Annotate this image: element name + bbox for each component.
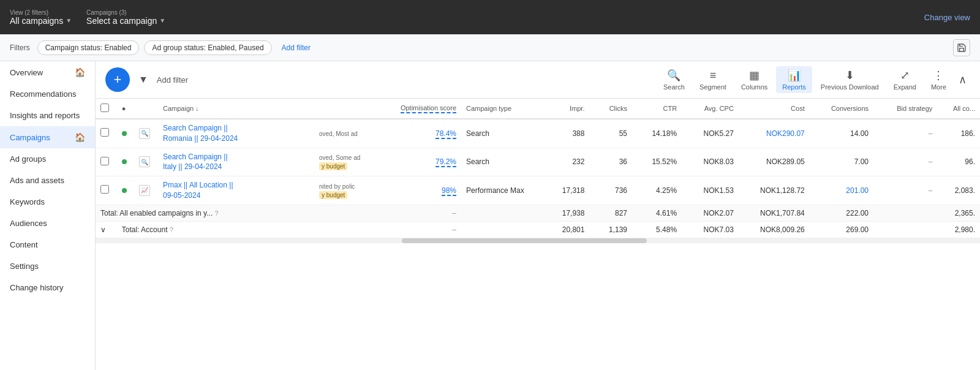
row1-checkbox[interactable] bbox=[100, 128, 109, 137]
th-campaign[interactable]: Campaign ↓ bbox=[158, 99, 314, 119]
row1-opt-score[interactable]: 78.4% bbox=[435, 129, 456, 139]
campaign-selector[interactable]: Campaigns (3) Select a campaign ▼ bbox=[86, 9, 165, 26]
th-campaign-type: Campaign type bbox=[461, 99, 540, 119]
row2-campaign-cell: Search Campaign ||Italy || 29-04-2024 bbox=[158, 148, 314, 176]
expand-label: Expand bbox=[894, 83, 916, 91]
th-avg-cpc: Avg. CPC bbox=[682, 99, 739, 119]
sidebar-item-audiences[interactable]: Audiences bbox=[0, 213, 95, 234]
segment-button[interactable]: ≡ Segment bbox=[693, 67, 733, 93]
opt-score-col-label: Optimisation score bbox=[401, 104, 456, 113]
sidebar-item-insights-reports[interactable]: Insights and reports bbox=[0, 105, 95, 126]
row3-conversions[interactable]: 201.00 bbox=[846, 186, 869, 195]
sort-icon[interactable]: ↓ bbox=[195, 105, 198, 112]
row2-campaign-name[interactable]: Search Campaign ||Italy || 29-04-2024 bbox=[163, 153, 228, 172]
total-account-help-icon[interactable]: ? bbox=[170, 226, 173, 233]
add-button[interactable]: + bbox=[105, 67, 130, 92]
save-button[interactable] bbox=[953, 39, 970, 56]
total-acct-ctr: 5.48% bbox=[632, 221, 682, 238]
row3-status-note-cell: nited by polic y budget bbox=[314, 176, 385, 205]
search-button[interactable]: 🔍 Search bbox=[657, 66, 691, 93]
horizontal-scrollbar[interactable] bbox=[96, 238, 980, 243]
row1-bid-strategy-cell: – bbox=[873, 119, 937, 148]
total-opt-dash: – bbox=[452, 209, 456, 217]
ad-group-status-filter[interactable]: Ad group status: Enabled, Paused bbox=[144, 40, 271, 55]
change-view-button[interactable]: Change view bbox=[924, 13, 970, 22]
scrollbar-thumb[interactable] bbox=[402, 238, 647, 243]
total-help-icon[interactable]: ? bbox=[215, 210, 219, 217]
sidebar-item-keywords[interactable]: Keywords bbox=[0, 191, 95, 213]
row2-checkbox[interactable] bbox=[100, 157, 109, 165]
total-acct-ctr-val: 5.48% bbox=[656, 225, 677, 234]
filter-icon[interactable]: ▼ bbox=[135, 70, 152, 89]
row2-clicks: 36 bbox=[619, 157, 627, 166]
home-icon: 🏠 bbox=[75, 67, 85, 77]
total-ctr: 4.61% bbox=[632, 205, 682, 221]
row1-status-dot bbox=[122, 131, 127, 136]
th-bid-strategy: Bid strategy bbox=[873, 99, 937, 119]
sidebar-item-change-history[interactable]: Change history bbox=[0, 277, 95, 298]
campaign-status-filter[interactable]: Campaign status: Enabled bbox=[37, 40, 140, 55]
row3-campaign-type: Performance Max bbox=[466, 186, 524, 195]
row2-opt-score[interactable]: 79.2% bbox=[435, 157, 456, 167]
row3-budget-badge: y budget bbox=[319, 191, 347, 199]
th-opt-score[interactable]: Optimisation score bbox=[385, 99, 461, 119]
view-selector[interactable]: View (2 filters) All campaigns ▼ bbox=[10, 9, 72, 26]
total-acct-cost: NOK8,009.26 bbox=[739, 221, 810, 238]
total-clicks: 827 bbox=[589, 205, 632, 221]
sidebar-item-settings[interactable]: Settings bbox=[0, 255, 95, 277]
row3-checkbox[interactable] bbox=[100, 185, 109, 194]
select-all-checkbox[interactable] bbox=[100, 104, 109, 112]
sidebar-item-recommendations[interactable]: Recommendations bbox=[0, 83, 95, 105]
more-button[interactable]: ⋮ More bbox=[925, 66, 952, 93]
expand-button[interactable]: ⤢ Expand bbox=[888, 66, 922, 93]
expand-icon: ⤢ bbox=[900, 69, 910, 82]
row1-campaign-name[interactable]: Search Campaign ||Romania || 29-04-2024 bbox=[163, 124, 238, 143]
all-campaigns-value[interactable]: All campaigns ▼ bbox=[10, 16, 72, 26]
search-label: Search bbox=[663, 83, 685, 91]
status-column-dot: ● bbox=[122, 105, 126, 112]
row1-ctr-cell: 14.18% bbox=[632, 119, 682, 148]
campaigns-dropdown-arrow: ▼ bbox=[66, 17, 72, 24]
row1-impr-cell: 388 bbox=[540, 119, 589, 148]
total-acct-avg-cpc: NOK7.03 bbox=[682, 221, 739, 238]
sidebar-item-campaigns[interactable]: Campaigns 🏠 bbox=[0, 126, 95, 148]
row3-avg-cpc-cell: NOK1.53 bbox=[682, 176, 739, 205]
row2-ctr: 15.52% bbox=[652, 157, 677, 166]
recommendations-label: Recommendations bbox=[10, 89, 76, 99]
sidebar-item-ad-groups[interactable]: Ad groups bbox=[0, 148, 95, 170]
select-campaign-value[interactable]: Select a campaign ▼ bbox=[86, 16, 165, 26]
add-filter-text-button[interactable]: Add filter bbox=[157, 75, 188, 85]
add-filter-button[interactable]: Add filter bbox=[277, 41, 315, 55]
row1-cost[interactable]: NOK290.07 bbox=[766, 129, 805, 138]
search-icon: 🔍 bbox=[667, 69, 680, 82]
row3-bid-strategy-cell: – bbox=[873, 176, 937, 205]
row3-opt-score[interactable]: 98% bbox=[442, 186, 456, 196]
reports-button[interactable]: 📊 Reports bbox=[776, 66, 812, 93]
total-acct-expand-cell: ∨ bbox=[96, 221, 117, 238]
download-button[interactable]: ⬇ Previous Download bbox=[815, 66, 885, 93]
sidebar-item-overview[interactable]: Overview 🏠 bbox=[0, 61, 95, 83]
audiences-label: Audiences bbox=[10, 219, 47, 228]
row1-ctr: 14.18% bbox=[652, 129, 677, 138]
total-acct-opt-dash: – bbox=[452, 225, 456, 234]
keywords-label: Keywords bbox=[10, 197, 45, 206]
sidebar-item-content[interactable]: Content bbox=[0, 234, 95, 255]
total-all-co: 2,365. bbox=[937, 205, 980, 221]
ctr-col-label: CTR bbox=[663, 105, 677, 112]
row3-campaign-cell: Pmax || All Location ||09-05-2024 bbox=[158, 176, 314, 205]
th-all-co: All co... bbox=[937, 99, 980, 119]
change-history-label: Change history bbox=[10, 283, 63, 292]
collapse-button[interactable]: ∧ bbox=[955, 69, 970, 90]
row3-campaign-name[interactable]: Pmax || All Location ||09-05-2024 bbox=[163, 181, 233, 200]
total-acct-empty1 bbox=[314, 221, 385, 238]
total-acct-impr: 20,801 bbox=[540, 221, 589, 238]
row2-icon-cell: 🔍 bbox=[134, 148, 158, 176]
columns-button[interactable]: ▦ Columns bbox=[735, 66, 774, 93]
row3-campaign-icon: 📈 bbox=[139, 185, 150, 196]
sidebar-item-ads-assets[interactable]: Ads and assets bbox=[0, 170, 95, 191]
row1-avg-cpc-cell: NOK5.27 bbox=[682, 119, 739, 148]
overview-label: Overview bbox=[10, 68, 43, 77]
row2-ctr-cell: 15.52% bbox=[632, 148, 682, 176]
expand-row-icon[interactable]: ∨ bbox=[100, 225, 106, 234]
all-co-col-label: All co... bbox=[953, 105, 975, 112]
